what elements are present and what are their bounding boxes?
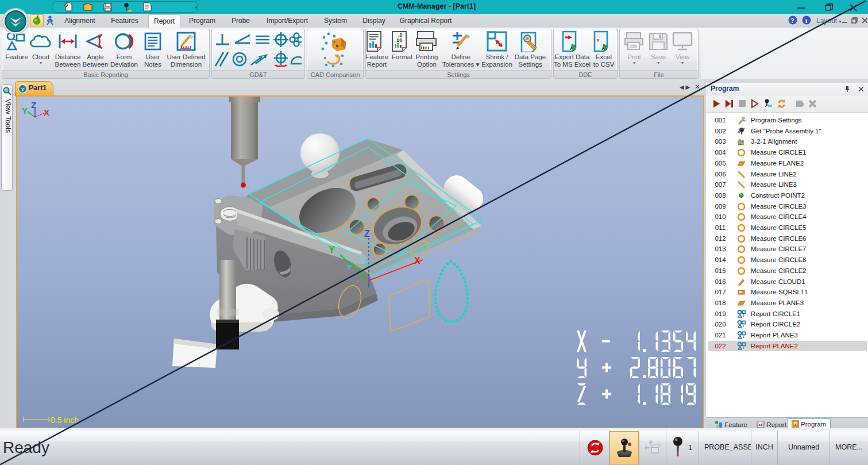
- svg-text:X: X: [414, 256, 421, 266]
- svg-text:Z: Z: [31, 100, 36, 110]
- svg-text:Z: Z: [364, 258, 369, 266]
- svg-text:Y: Y: [329, 245, 335, 255]
- svg-text:Y: Y: [22, 106, 28, 116]
- svg-text:.00: .00: [395, 37, 403, 43]
- svg-text:X: X: [44, 107, 49, 117]
- svg-text:i: i: [805, 17, 807, 24]
- svg-text:Y: Y: [347, 263, 352, 272]
- svg-text:,: ,: [597, 33, 599, 43]
- svg-text:0.5 inch: 0.5 inch: [51, 416, 79, 425]
- svg-text:?: ?: [791, 17, 794, 25]
- svg-text:Z: Z: [364, 229, 370, 239]
